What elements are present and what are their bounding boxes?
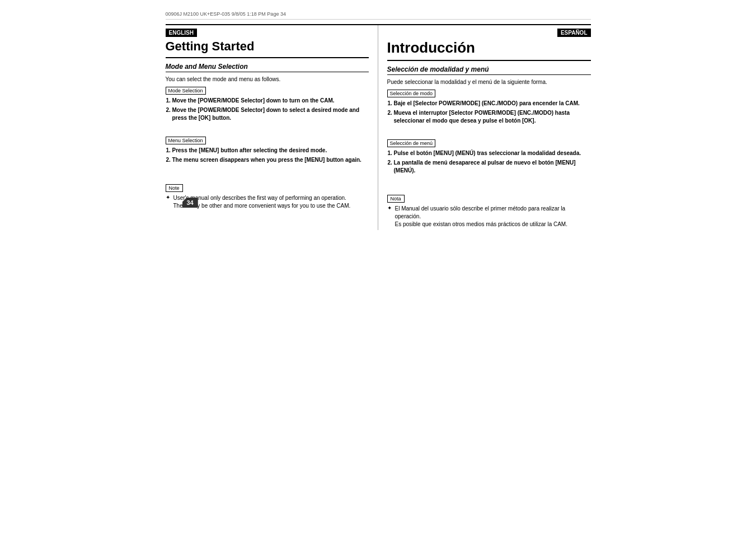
- spanish-subsection-heading: Selección de modalidad y menú: [387, 65, 591, 75]
- note-bullet-es: ✦: [387, 205, 392, 228]
- english-menu-list: Press the [MENU] button after selecting …: [172, 147, 369, 164]
- spanish-title-divider: [387, 60, 591, 61]
- list-item: Move the [POWER/MODE Selector] down to t…: [172, 97, 369, 105]
- spanish-note-content: ✦ El Manual del usuario sólo describe el…: [387, 205, 591, 228]
- doc-reference: 00906J M2100 UK+ESP-035 9/8/05 1:18 PM P…: [166, 11, 591, 20]
- spanish-mode-list: Baje el [Selector POWER/MODE] (ENC./MODO…: [394, 100, 591, 125]
- list-item: Pulse el botón [MENU] (MENÚ) tras selecc…: [394, 149, 591, 157]
- note-bullet-en: ✦: [166, 194, 170, 210]
- spanish-menu-list: Pulse el botón [MENU] (MENÚ) tras selecc…: [394, 149, 591, 175]
- spanish-badge: ESPAÑOL: [557, 29, 591, 37]
- english-mode-list: Move the [POWER/MODE Selector] down to t…: [172, 97, 369, 122]
- note-label-es: Nota: [387, 195, 405, 203]
- english-title-divider: [166, 57, 369, 58]
- note-label-en: Note: [166, 184, 183, 192]
- list-item: The menu screen disappears when you pres…: [172, 156, 369, 164]
- menu-selection-label-es: Selección de menú: [387, 139, 436, 147]
- list-item: Mueva el interruptor [Selector POWER/MOD…: [394, 109, 591, 125]
- english-title: Getting Started: [166, 39, 369, 54]
- spanish-intro-text: Puede seleccionar la modalidad y el menú…: [387, 78, 591, 86]
- list-item: Press the [MENU] button after selecting …: [172, 147, 369, 154]
- english-badge: ENGLISH: [166, 29, 197, 37]
- mode-selection-label-es: Selección de modo: [387, 90, 436, 97]
- list-item: Baje el [Selector POWER/MODE] (ENC./MODO…: [394, 100, 591, 107]
- spanish-header: ESPAÑOL: [387, 29, 591, 38]
- spanish-title: Introducción: [387, 39, 591, 57]
- note-text-en: User's manual only describes the first w…: [173, 194, 351, 210]
- mode-selection-label-en: Mode Selection: [166, 87, 206, 95]
- menu-selection-label-en: Menu Selection: [166, 137, 206, 144]
- list-item: La pantalla de menú desaparece al pulsar…: [394, 159, 591, 175]
- english-intro-text: You can select the mode and menu as foll…: [166, 76, 369, 83]
- spanish-column: ESPAÑOL Introducción Selección de modali…: [378, 25, 591, 230]
- english-subsection-heading: Mode and Menu Selection: [166, 63, 369, 72]
- two-column-layout: ENGLISH Getting Started Mode and Menu Se…: [166, 24, 591, 230]
- note-text-es: El Manual del usuario sólo describe el p…: [395, 205, 591, 228]
- list-item: Move the [POWER/MODE Selector] down to s…: [172, 106, 369, 122]
